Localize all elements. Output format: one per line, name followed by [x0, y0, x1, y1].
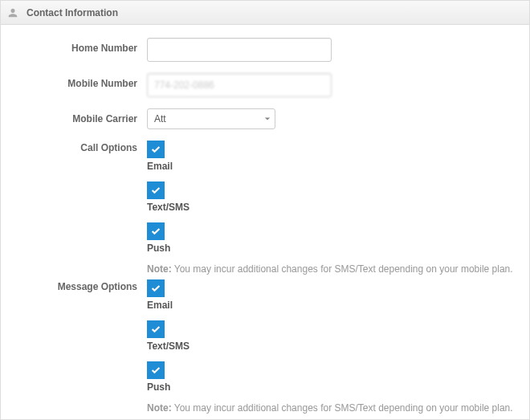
msg-email-checkbox[interactable]	[147, 279, 165, 297]
check-icon	[150, 185, 161, 196]
check-icon	[150, 324, 161, 335]
panel-header: Contact Information	[1, 1, 529, 25]
call-text-label: Text/SMS	[147, 202, 521, 213]
check-icon	[150, 226, 161, 237]
note-text: You may incur additional changes for SMS…	[172, 402, 513, 414]
note-text: You may incur additional changes for SMS…	[172, 263, 513, 275]
check-icon	[150, 365, 161, 376]
check-icon	[150, 144, 161, 155]
mobile-number-label: Mobile Number	[9, 73, 147, 89]
check-icon	[150, 283, 161, 294]
panel-title: Contact Information	[26, 7, 118, 18]
row-message-options: Message Options Email Text/SMS Push	[9, 279, 521, 414]
mobile-carrier-label: Mobile Carrier	[9, 108, 147, 124]
home-number-input[interactable]	[147, 38, 332, 62]
call-push-label: Push	[147, 243, 521, 254]
mobile-number-input[interactable]	[147, 73, 332, 97]
call-email-label: Email	[147, 161, 521, 172]
row-home-number: Home Number	[9, 38, 521, 62]
msg-push-label: Push	[147, 381, 521, 393]
note-label: Note:	[147, 402, 172, 414]
message-options-note: Note: You may incur additional changes f…	[147, 402, 521, 414]
form-body: Home Number Mobile Number Mobile Carrier…	[1, 25, 529, 420]
row-mobile-number: Mobile Number	[9, 73, 521, 97]
mobile-carrier-select[interactable]: Att	[147, 108, 275, 129]
msg-push-checkbox[interactable]	[147, 361, 165, 379]
call-text-checkbox[interactable]	[147, 181, 165, 199]
call-options-label: Call Options	[9, 141, 147, 153]
row-mobile-carrier: Mobile Carrier Att	[9, 108, 521, 129]
home-number-label: Home Number	[9, 38, 147, 54]
msg-text-checkbox[interactable]	[147, 320, 165, 338]
msg-email-label: Email	[147, 300, 521, 311]
user-icon	[7, 7, 18, 18]
call-email-checkbox[interactable]	[147, 141, 165, 158]
row-call-options: Call Options Email Text/SMS Push	[9, 141, 521, 275]
msg-text-label: Text/SMS	[147, 340, 521, 352]
message-options-label: Message Options	[9, 279, 147, 292]
call-push-checkbox[interactable]	[147, 222, 165, 240]
call-options-note: Note: You may incur additional changes f…	[147, 263, 521, 275]
note-label: Note:	[147, 263, 172, 275]
